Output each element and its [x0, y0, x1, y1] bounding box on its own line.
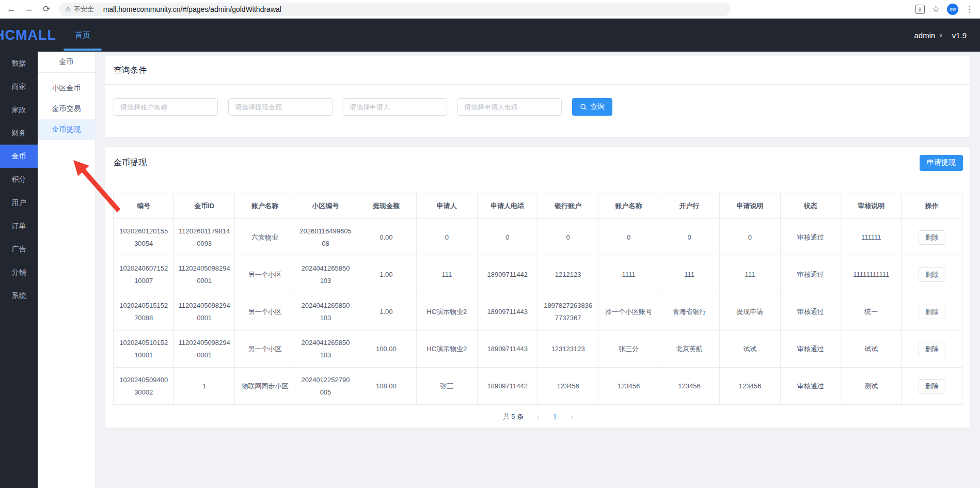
sidebar-item[interactable]: 财务 — [0, 121, 38, 145]
column-header: 开户行 — [659, 193, 719, 219]
table-cell: 111111 — [841, 219, 902, 256]
sidebar-menu: 数据商家家政财务金币积分用户订单广告分销系统 — [0, 52, 38, 488]
browser-menu-icon[interactable]: ⋮ — [966, 4, 974, 14]
column-header: 账户名称 — [598, 193, 659, 219]
submenu-items: 小区金币金币交易金币提现 — [38, 73, 95, 140]
table-cell: 123456 — [538, 368, 598, 405]
query-input[interactable] — [343, 98, 447, 116]
table-row: 102024051015210001112024050982940001另一个小… — [114, 330, 962, 368]
column-header: 申请说明 — [720, 193, 780, 219]
sidebar-item[interactable]: 用户 — [0, 191, 38, 214]
sidebar-item[interactable]: 系统 — [0, 284, 38, 307]
table-cell: 试试 — [841, 330, 902, 368]
table-cell: 六安物业 — [234, 219, 295, 256]
table-cell: 1.00 — [356, 256, 416, 293]
sidebar-item[interactable]: 积分 — [0, 168, 38, 191]
delete-button[interactable]: 删除 — [919, 230, 945, 245]
table-cell: 102024051015210001 — [114, 330, 174, 368]
table-cell: 审核通过 — [780, 368, 841, 405]
sidebar-item[interactable]: 广告 — [0, 238, 38, 261]
security-chip[interactable]: ⚠ 不安全 — [65, 5, 99, 14]
table-cell: 102024050940030002 — [114, 368, 174, 405]
table-cell: 审核通过 — [780, 256, 841, 293]
sidebar-item[interactable]: 订单 — [0, 214, 38, 238]
delete-button[interactable]: 删除 — [919, 379, 945, 393]
table-cell: 1.00 — [356, 293, 416, 330]
next-page-icon[interactable]: › — [571, 413, 573, 421]
search-button[interactable]: 查询 — [572, 98, 612, 116]
sidebar-item[interactable]: 数据 — [0, 52, 38, 75]
table-cell: 100.00 — [356, 330, 416, 368]
table-row: 102024060715210007112024050982940001另一个小… — [114, 256, 962, 293]
query-input[interactable] — [228, 98, 333, 116]
apply-withdrawal-button[interactable]: 申请提现 — [920, 155, 963, 171]
column-header: 申请人电话 — [477, 193, 538, 219]
main-content: 查询条件 查询 金币提现 申请提现 编号金币 — [96, 52, 980, 488]
browser-toolbar: ← → ⟳ ⚠ 不安全 mall.homecommunity.cn/#/page… — [0, 0, 980, 19]
column-header: 提现金额 — [356, 193, 416, 219]
submenu-item[interactable]: 金币交易 — [38, 99, 95, 119]
sidebar-item[interactable]: 家政 — [0, 98, 38, 121]
query-form: 查询 — [105, 85, 970, 137]
table-cell: 111 — [417, 256, 477, 293]
address-bar[interactable]: ⚠ 不安全 mall.homecommunity.cn/#/pages/admi… — [59, 3, 730, 16]
submenu-item[interactable]: 小区金币 — [38, 78, 95, 99]
reload-icon[interactable]: ⟳ — [41, 4, 52, 14]
table-cell: 青海省银行 — [659, 293, 719, 330]
translate-icon[interactable]: 文 — [915, 5, 925, 14]
prev-page-icon[interactable]: ‹ — [537, 413, 540, 421]
actions-cell: 删除 — [902, 219, 962, 256]
table-cell: 另一个小区 — [234, 293, 295, 330]
delete-button[interactable]: 删除 — [919, 305, 945, 319]
table-cell: 18909711443 — [477, 293, 538, 330]
table-cell: 11111111111 — [841, 256, 902, 293]
table-cell: 102026012015530054 — [114, 219, 174, 256]
table-cell: 0 — [477, 219, 538, 256]
back-icon[interactable]: ← — [6, 4, 17, 14]
column-header: 操作 — [902, 193, 962, 219]
user-name: admin — [914, 31, 935, 40]
table-cell: 18909711442 — [477, 368, 538, 405]
actions-cell: 删除 — [902, 293, 962, 330]
query-input[interactable] — [114, 98, 218, 116]
chevron-down-icon: ∨ — [939, 33, 942, 38]
sidebar-item[interactable]: 金币 — [0, 145, 38, 168]
url-text[interactable]: mall.homecommunity.cn/#/pages/admin/gold… — [103, 5, 281, 13]
table-cell: 北京英航 — [659, 330, 719, 368]
table-cell: 1111 — [598, 256, 659, 293]
table-cell: 108.00 — [356, 368, 416, 405]
table-header-row: 编号金币ID账户名称小区编号提现金额申请人申请人电话银行账户账户名称开户行申请说… — [114, 193, 962, 219]
table-cell: 拎一个小区账号 — [598, 293, 659, 330]
table-cell: 0 — [659, 219, 719, 256]
user-dropdown[interactable]: admin ∨ — [914, 31, 942, 40]
delete-button[interactable]: 删除 — [919, 342, 945, 356]
submenu-item[interactable]: 金币提现 — [38, 119, 95, 140]
search-button-label: 查询 — [590, 102, 605, 112]
page-number[interactable]: 1 — [553, 413, 557, 421]
forward-icon[interactable]: → — [24, 4, 34, 14]
table-cell: HC演示物业2 — [417, 330, 477, 368]
table-cell: 18978272638367737367 — [538, 293, 598, 330]
column-header: 审核说明 — [841, 193, 902, 219]
column-header: 金币ID — [174, 193, 234, 219]
table-cell: 2024012252790005 — [295, 368, 356, 405]
table-cell: 张三分 — [598, 330, 659, 368]
delete-button[interactable]: 删除 — [919, 267, 945, 282]
app-logo[interactable]: HCMALL — [0, 27, 56, 43]
sidebar-item[interactable]: 分销 — [0, 261, 38, 284]
table-cell: 2024041265850103 — [295, 256, 356, 293]
table-cell: 112024050982940001 — [174, 256, 234, 293]
table-cell: 另一个小区 — [234, 256, 295, 293]
query-input[interactable] — [457, 98, 562, 116]
table-cell: 18909711443 — [477, 330, 538, 368]
table-cell: 123456 — [720, 368, 780, 405]
profile-avatar[interactable]: xw — [947, 4, 958, 15]
table-cell: 123456 — [659, 368, 719, 405]
withdrawal-table: 编号金币ID账户名称小区编号提现金额申请人申请人电话银行账户账户名称开户行申请说… — [113, 193, 962, 405]
tab-home[interactable]: 首页 — [70, 19, 96, 52]
sidebar-item[interactable]: 商家 — [0, 75, 38, 98]
table-cell: 审核通过 — [780, 293, 841, 330]
bookmark-star-icon[interactable]: ☆ — [932, 4, 940, 14]
column-header: 申请人 — [417, 193, 477, 219]
column-header: 编号 — [114, 193, 174, 219]
